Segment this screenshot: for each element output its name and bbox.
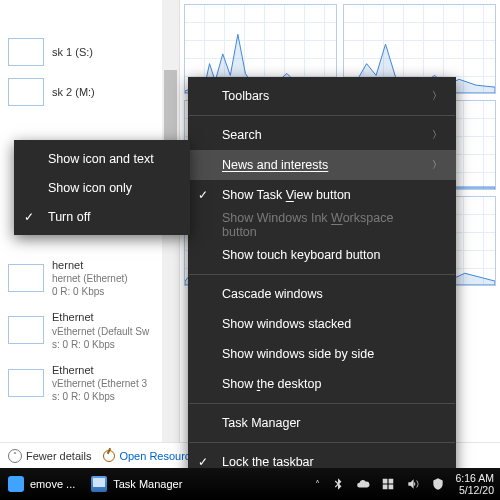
check-icon: ✓ [198,188,208,202]
menu-side-by-side[interactable]: Show windows side by side [188,339,456,369]
net-sub: vEthernet (Default Sw [52,325,149,338]
sidebar-scrollbar[interactable] [162,0,179,470]
network-icon[interactable] [381,477,395,491]
app-icon [8,476,24,492]
menu-toolbars[interactable]: Toolbars 〉 [188,81,456,111]
fewer-details-toggle[interactable]: ˄ Fewer details [8,449,91,463]
check-icon: ✓ [198,455,208,469]
menu-separator [189,442,455,443]
network-item[interactable]: hernet hernet (Ethernet) 0 R: 0 Kbps [0,252,179,304]
network-item[interactable]: Ethernet vEthernet (Default Sw s: 0 R: 0… [0,304,179,356]
submenu-icon-text[interactable]: Show icon and text [14,144,190,173]
taskmgr-sidebar[interactable]: sk 1 (S:) sk 2 (M:) hernet hernet (Ether… [0,0,180,470]
check-icon: ✓ [24,210,34,224]
menu-show-desktop[interactable]: Show the desktop [188,369,456,399]
menu-search[interactable]: Search 〉 [188,120,456,150]
disk-item[interactable]: sk 2 (M:) [0,72,179,112]
net-title: Ethernet [52,310,149,324]
menu-task-manager[interactable]: Task Manager [188,408,456,438]
menu-news-interests[interactable]: News and interests 〉 [188,150,456,180]
chevron-right-icon: 〉 [432,128,442,142]
menu-separator [189,274,455,275]
onedrive-icon[interactable] [356,477,370,491]
menu-stacked[interactable]: Show windows stacked [188,309,456,339]
chevron-right-icon: 〉 [432,89,442,103]
menu-touch-keyboard[interactable]: Show touch keyboard button [188,240,456,270]
menu-cascade[interactable]: Cascade windows [188,279,456,309]
mini-graph [8,38,44,66]
system-tray[interactable]: ˄ [309,477,451,491]
mini-graph [8,316,44,344]
mini-graph [8,264,44,292]
task-manager-icon [91,476,107,492]
open-resource-monitor-link[interactable]: Open Resource [103,450,196,462]
disk-label: sk 1 (S:) [52,45,93,59]
submenu-icon-only[interactable]: Show icon only [14,173,190,202]
net-title: Ethernet [52,363,147,377]
volume-icon[interactable] [406,477,420,491]
taskbar[interactable]: emove ... Task Manager ˄ 6:16 AM 5/12/20 [0,468,500,500]
security-icon[interactable] [431,477,445,491]
disk-label: sk 2 (M:) [52,85,95,99]
disk-item[interactable]: sk 1 (S:) [0,32,179,72]
chevron-up-circle-icon: ˄ [8,449,22,463]
net-sub: hernet (Ethernet) [52,272,128,285]
taskbar-app-remove[interactable]: emove ... [0,468,83,500]
net-sub: s: 0 R: 0 Kbps [52,338,149,351]
menu-task-view[interactable]: ✓ Show Task View button [188,180,456,210]
news-interests-submenu: Show icon and text Show icon only ✓ Turn… [14,140,190,235]
chevron-up-icon[interactable]: ˄ [315,479,320,490]
submenu-turn-off[interactable]: ✓ Turn off [14,202,190,231]
chevron-right-icon: 〉 [432,158,442,172]
network-item[interactable]: Ethernet vEthernet (Ethernet 3 s: 0 R: 0… [0,357,179,409]
net-sub: s: 0 R: 0 Kbps [52,390,147,403]
net-title: hernet [52,258,128,272]
resource-monitor-icon [103,450,115,462]
mini-graph [8,78,44,106]
mini-graph [8,369,44,397]
menu-ink-workspace: Show Windows Ink Workspace button [188,210,456,240]
menu-separator [189,403,455,404]
net-sub: vEthernet (Ethernet 3 [52,377,147,390]
taskbar-context-menu: Toolbars 〉 Search 〉 News and interests 〉… [188,77,456,500]
taskbar-clock[interactable]: 6:16 AM 5/12/20 [451,472,500,496]
net-sub: 0 R: 0 Kbps [52,285,128,298]
taskbar-app-taskmgr[interactable]: Task Manager [83,468,190,500]
bluetooth-icon[interactable] [331,477,345,491]
menu-separator [189,115,455,116]
